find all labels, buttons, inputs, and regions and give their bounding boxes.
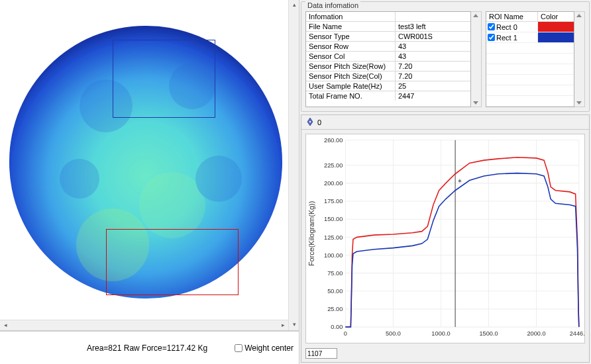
status-bar: Area=821 Raw Force=1217.42 Kg Weight cen… [0,331,299,364]
info-row: User Sample Rate(Hz)25 [306,81,470,91]
chart-series-icon [305,117,315,128]
info-key: Sensor Pitch Size(Col) [306,71,396,81]
weight-center-label: Weight center [244,343,294,353]
data-info-group: Data infomation Infomation File Nametest… [301,1,590,112]
roi-empty-row [486,54,574,64]
info-value: 2447 [396,91,470,101]
chart-tab-label[interactable]: 0 [317,118,321,126]
svg-text:260.00: 260.00 [324,136,343,144]
scroll-down-icon[interactable]: ▾ [289,320,299,330]
info-row: Sensor Pitch Size(Col)7.20 [306,71,470,81]
chart-frame-input[interactable] [305,348,337,359]
info-value: 25 [396,81,470,91]
scroll-left-icon[interactable]: ◂ [0,320,11,331]
info-key: User Sample Rate(Hz) [306,81,396,91]
svg-text:1500.0: 1500.0 [479,330,498,337]
status-text: Area=821 Raw Force=1217.42 Kg [5,343,223,353]
svg-text:1000.0: 1000.0 [431,330,450,337]
info-row: Sensor TypeCWR001S [306,32,470,42]
roi-label: Rect 1 [496,34,517,42]
chart-pane: 0 0.0025.0050.0075.00100.00125.00150.001… [301,114,590,363]
sensor-image-area[interactable]: ▴ ▾ ◂ ▸ [0,0,299,331]
roi-empty-row [486,64,574,75]
roi-header-color: Color [538,12,574,21]
chart-tab-bar: 0 [301,115,589,130]
roi-checkbox[interactable] [488,23,495,30]
svg-point-3 [139,172,205,238]
svg-point-5 [60,159,99,199]
info-value: 7.20 [396,62,470,71]
image-vertical-scrollbar[interactable]: ▴ ▾ [288,0,299,330]
svg-text:✶: ✶ [457,177,462,185]
roi-table[interactable]: ROI Name Color Rect 0Rect 1 [486,11,574,107]
roi-row[interactable]: Rect 0 [486,22,574,32]
info-row: File Nametest3 left [306,22,470,32]
info-value: test3 left [396,22,470,31]
sensor-heatmap-image [7,7,285,314]
svg-text:2446.0: 2446.0 [570,330,584,337]
roi-color-swatch [538,22,574,32]
data-info-title: Data infomation [305,1,360,9]
info-table-scrollbar[interactable] [471,11,482,107]
info-key: Sensor Col [306,52,396,61]
svg-text:50.00: 50.00 [327,287,343,295]
force-chart: 0.0025.0050.0075.00100.00125.00150.00175… [306,134,584,343]
image-panel: ▴ ▾ ◂ ▸ Area=821 Raw Force=1217.42 Kg We… [0,0,299,364]
svg-text:25.00: 25.00 [327,305,343,312]
roi-checkbox[interactable] [488,34,495,41]
roi-empty-row [486,96,574,107]
svg-text:200.00: 200.00 [324,179,343,187]
scroll-right-icon[interactable]: ▸ [278,320,288,331]
info-value: 43 [396,52,470,61]
roi-empty-row [486,75,574,85]
roi-header-name: ROI Name [486,12,538,21]
image-horizontal-scrollbar[interactable]: ◂ ▸ [0,320,288,330]
svg-point-1 [80,79,133,132]
info-row: Sensor Col43 [306,52,470,62]
info-row: Sensor Pitch Size(Row)7.20 [306,62,470,71]
info-key: File Name [306,22,396,31]
info-table[interactable]: Infomation File Nametest3 leftSensor Typ… [305,11,471,107]
info-key: Sensor Row [306,42,396,51]
roi-label: Rect 0 [496,23,517,31]
svg-text:500.0: 500.0 [386,330,401,337]
chart-bottom-bar [301,347,589,362]
roi-empty-row [486,85,574,96]
info-value: 7.20 [396,71,470,81]
info-header: Infomation [306,12,396,21]
info-value: CWR001S [396,32,470,41]
info-key: Total Frame NO. [306,91,396,101]
svg-text:75.00: 75.00 [327,269,343,277]
svg-point-7 [309,120,311,122]
svg-text:225.00: 225.00 [324,161,343,169]
chart-area[interactable]: 0.0025.0050.0075.00100.00125.00150.00175… [305,134,585,343]
info-key: Sensor Pitch Size(Row) [306,62,396,71]
info-row: Sensor Row43 [306,42,470,52]
info-value: 43 [396,42,470,51]
svg-text:125.00: 125.00 [324,233,343,240]
roi-row[interactable]: Rect 1 [486,32,574,43]
right-panel: Data infomation Infomation File Nametest… [299,0,591,364]
svg-text:150.00: 150.00 [324,215,343,222]
svg-point-6 [195,156,242,202]
roi-empty-row [486,43,574,54]
svg-text:0.00: 0.00 [331,323,343,330]
svg-point-2 [169,63,215,109]
svg-text:2000.0: 2000.0 [527,330,545,337]
svg-text:175.00: 175.00 [324,197,343,205]
info-row: Total Frame NO.2447 [306,91,470,101]
svg-text:0: 0 [344,330,347,337]
svg-text:Force(Kilogram(Kg)): Force(Kilogram(Kg)) [308,201,316,266]
info-key: Sensor Type [306,32,396,41]
weight-center-input[interactable] [235,344,242,352]
roi-color-swatch [538,32,574,42]
svg-text:100.00: 100.00 [324,251,343,258]
scroll-up-icon[interactable]: ▴ [289,0,299,11]
weight-center-checkbox[interactable]: Weight center [235,343,294,353]
svg-point-4 [76,208,149,281]
roi-table-scrollbar[interactable] [574,11,585,107]
